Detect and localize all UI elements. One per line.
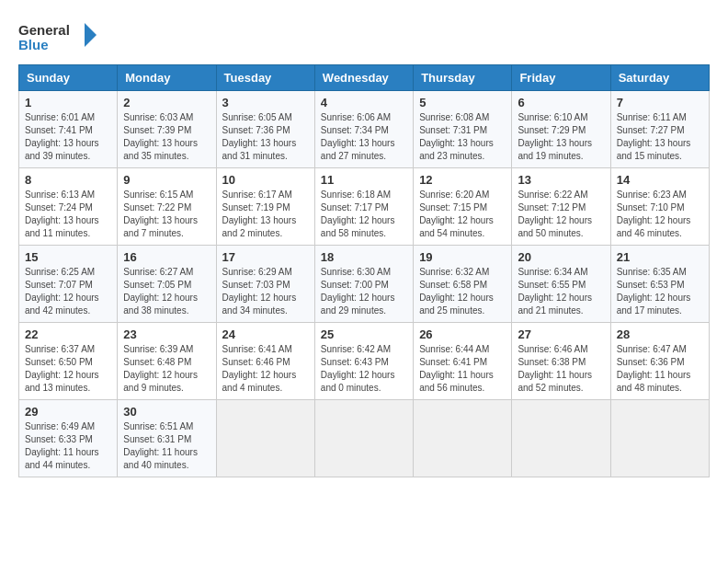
day-number: 10 bbox=[222, 173, 309, 187]
calendar-day-cell: 19Sunrise: 6:32 AM Sunset: 6:58 PM Dayli… bbox=[414, 246, 512, 323]
day-number: 14 bbox=[617, 173, 703, 187]
day-info: Sunrise: 6:10 AM Sunset: 7:29 PM Dayligh… bbox=[518, 112, 592, 161]
day-info: Sunrise: 6:27 AM Sunset: 7:05 PM Dayligh… bbox=[123, 267, 198, 316]
day-info: Sunrise: 6:11 AM Sunset: 7:27 PM Dayligh… bbox=[617, 112, 691, 161]
day-info: Sunrise: 6:23 AM Sunset: 7:10 PM Dayligh… bbox=[617, 190, 691, 238]
day-number: 9 bbox=[123, 173, 210, 187]
day-info: Sunrise: 6:01 AM Sunset: 7:41 PM Dayligh… bbox=[25, 112, 99, 161]
day-info: Sunrise: 6:49 AM Sunset: 6:33 PM Dayligh… bbox=[25, 421, 99, 470]
day-info: Sunrise: 6:03 AM Sunset: 7:39 PM Dayligh… bbox=[123, 112, 198, 161]
calendar-day-cell: 25Sunrise: 6:42 AM Sunset: 6:43 PM Dayli… bbox=[314, 323, 413, 400]
day-info: Sunrise: 6:32 AM Sunset: 6:58 PM Dayligh… bbox=[419, 267, 494, 316]
calendar-week-row: 15Sunrise: 6:25 AM Sunset: 7:07 PM Dayli… bbox=[19, 246, 710, 323]
day-info: Sunrise: 6:29 AM Sunset: 7:03 PM Dayligh… bbox=[222, 267, 297, 316]
day-info: Sunrise: 6:30 AM Sunset: 7:00 PM Dayligh… bbox=[321, 267, 395, 316]
weekday-header-friday: Friday bbox=[512, 65, 610, 91]
day-info: Sunrise: 6:22 AM Sunset: 7:12 PM Dayligh… bbox=[518, 190, 592, 238]
calendar-day-cell: 7Sunrise: 6:11 AM Sunset: 7:27 PM Daylig… bbox=[610, 91, 709, 168]
logo-icon: GeneralBlue bbox=[18, 18, 101, 55]
calendar-day-cell: 16Sunrise: 6:27 AM Sunset: 7:05 PM Dayli… bbox=[118, 246, 216, 323]
day-info: Sunrise: 6:06 AM Sunset: 7:34 PM Dayligh… bbox=[321, 112, 395, 161]
calendar-week-row: 22Sunrise: 6:37 AM Sunset: 6:50 PM Dayli… bbox=[19, 323, 710, 400]
day-info: Sunrise: 6:08 AM Sunset: 7:31 PM Dayligh… bbox=[419, 112, 494, 161]
day-number: 26 bbox=[419, 327, 506, 341]
calendar-day-cell: 26Sunrise: 6:44 AM Sunset: 6:41 PM Dayli… bbox=[414, 323, 512, 400]
calendar-day-cell: 20Sunrise: 6:34 AM Sunset: 6:55 PM Dayli… bbox=[512, 246, 610, 323]
weekday-header-row: SundayMondayTuesdayWednesdayThursdayFrid… bbox=[19, 65, 710, 91]
calendar-day-cell: 28Sunrise: 6:47 AM Sunset: 6:36 PM Dayli… bbox=[610, 323, 709, 400]
day-number: 27 bbox=[518, 327, 604, 341]
day-number: 28 bbox=[617, 327, 703, 341]
calendar-day-cell: 14Sunrise: 6:23 AM Sunset: 7:10 PM Dayli… bbox=[610, 168, 709, 246]
weekday-header-sunday: Sunday bbox=[19, 65, 118, 91]
day-info: Sunrise: 6:15 AM Sunset: 7:22 PM Dayligh… bbox=[123, 190, 198, 238]
weekday-header-monday: Monday bbox=[118, 65, 216, 91]
day-info: Sunrise: 6:20 AM Sunset: 7:15 PM Dayligh… bbox=[419, 190, 494, 238]
calendar-table: SundayMondayTuesdayWednesdayThursdayFrid… bbox=[18, 64, 710, 477]
day-number: 23 bbox=[123, 327, 210, 341]
day-info: Sunrise: 6:42 AM Sunset: 6:43 PM Dayligh… bbox=[321, 344, 395, 393]
calendar-day-cell: 12Sunrise: 6:20 AM Sunset: 7:15 PM Dayli… bbox=[414, 168, 512, 246]
calendar-week-row: 1Sunrise: 6:01 AM Sunset: 7:41 PM Daylig… bbox=[19, 91, 710, 168]
calendar-day-cell: 30Sunrise: 6:51 AM Sunset: 6:31 PM Dayli… bbox=[118, 400, 216, 477]
calendar-day-cell: 23Sunrise: 6:39 AM Sunset: 6:48 PM Dayli… bbox=[118, 323, 216, 400]
calendar-day-cell: 2Sunrise: 6:03 AM Sunset: 7:39 PM Daylig… bbox=[118, 91, 216, 168]
day-info: Sunrise: 6:39 AM Sunset: 6:48 PM Dayligh… bbox=[123, 344, 198, 393]
svg-marker-2 bbox=[85, 23, 97, 47]
day-number: 1 bbox=[25, 96, 111, 109]
day-info: Sunrise: 6:46 AM Sunset: 6:38 PM Dayligh… bbox=[518, 344, 592, 393]
day-number: 4 bbox=[321, 96, 407, 109]
day-number: 13 bbox=[518, 173, 604, 187]
day-number: 15 bbox=[25, 250, 111, 264]
calendar-day-cell: 21Sunrise: 6:35 AM Sunset: 6:53 PM Dayli… bbox=[610, 246, 709, 323]
calendar-day-cell: 29Sunrise: 6:49 AM Sunset: 6:33 PM Dayli… bbox=[19, 400, 118, 477]
calendar-header: SundayMondayTuesdayWednesdayThursdayFrid… bbox=[19, 65, 710, 91]
day-number: 24 bbox=[222, 327, 309, 341]
calendar-day-cell: 8Sunrise: 6:13 AM Sunset: 7:24 PM Daylig… bbox=[19, 168, 118, 246]
day-info: Sunrise: 6:25 AM Sunset: 7:07 PM Dayligh… bbox=[25, 267, 99, 316]
calendar-day-cell: 15Sunrise: 6:25 AM Sunset: 7:07 PM Dayli… bbox=[19, 246, 118, 323]
calendar-day-cell: 27Sunrise: 6:46 AM Sunset: 6:38 PM Dayli… bbox=[512, 323, 610, 400]
empty-cell bbox=[314, 400, 413, 477]
day-number: 18 bbox=[321, 250, 407, 264]
day-number: 30 bbox=[123, 405, 210, 419]
empty-cell bbox=[414, 400, 512, 477]
logo: GeneralBlue bbox=[18, 18, 101, 55]
weekday-header-saturday: Saturday bbox=[610, 65, 709, 91]
header: GeneralBlue bbox=[9, 9, 719, 60]
empty-cell bbox=[610, 400, 709, 477]
day-number: 8 bbox=[25, 173, 111, 187]
day-number: 29 bbox=[25, 405, 111, 419]
day-number: 5 bbox=[419, 96, 506, 109]
day-info: Sunrise: 6:41 AM Sunset: 6:46 PM Dayligh… bbox=[222, 344, 297, 393]
day-info: Sunrise: 6:17 AM Sunset: 7:19 PM Dayligh… bbox=[222, 190, 297, 238]
day-number: 2 bbox=[123, 96, 210, 109]
weekday-header-tuesday: Tuesday bbox=[216, 65, 314, 91]
svg-text:Blue: Blue bbox=[18, 37, 49, 52]
calendar-day-cell: 11Sunrise: 6:18 AM Sunset: 7:17 PM Dayli… bbox=[314, 168, 413, 246]
calendar-day-cell: 1Sunrise: 6:01 AM Sunset: 7:41 PM Daylig… bbox=[19, 91, 118, 168]
calendar-day-cell: 10Sunrise: 6:17 AM Sunset: 7:19 PM Dayli… bbox=[216, 168, 314, 246]
day-info: Sunrise: 6:35 AM Sunset: 6:53 PM Dayligh… bbox=[617, 267, 691, 316]
day-info: Sunrise: 6:13 AM Sunset: 7:24 PM Dayligh… bbox=[25, 190, 99, 238]
empty-cell bbox=[216, 400, 314, 477]
calendar-week-row: 29Sunrise: 6:49 AM Sunset: 6:33 PM Dayli… bbox=[19, 400, 710, 477]
day-number: 12 bbox=[419, 173, 506, 187]
day-info: Sunrise: 6:51 AM Sunset: 6:31 PM Dayligh… bbox=[123, 421, 198, 470]
day-number: 6 bbox=[518, 96, 604, 109]
day-number: 16 bbox=[123, 250, 210, 264]
calendar-day-cell: 18Sunrise: 6:30 AM Sunset: 7:00 PM Dayli… bbox=[314, 246, 413, 323]
day-number: 7 bbox=[617, 96, 703, 109]
day-number: 21 bbox=[617, 250, 703, 264]
calendar-day-cell: 9Sunrise: 6:15 AM Sunset: 7:22 PM Daylig… bbox=[118, 168, 216, 246]
calendar-week-row: 8Sunrise: 6:13 AM Sunset: 7:24 PM Daylig… bbox=[19, 168, 710, 246]
day-number: 19 bbox=[419, 250, 506, 264]
day-number: 20 bbox=[518, 250, 604, 264]
day-info: Sunrise: 6:37 AM Sunset: 6:50 PM Dayligh… bbox=[25, 344, 99, 393]
calendar-day-cell: 6Sunrise: 6:10 AM Sunset: 7:29 PM Daylig… bbox=[512, 91, 610, 168]
day-info: Sunrise: 6:05 AM Sunset: 7:36 PM Dayligh… bbox=[222, 112, 297, 161]
day-number: 3 bbox=[222, 96, 309, 109]
day-number: 17 bbox=[222, 250, 309, 264]
calendar-day-cell: 22Sunrise: 6:37 AM Sunset: 6:50 PM Dayli… bbox=[19, 323, 118, 400]
calendar-body: 1Sunrise: 6:01 AM Sunset: 7:41 PM Daylig… bbox=[19, 91, 710, 477]
